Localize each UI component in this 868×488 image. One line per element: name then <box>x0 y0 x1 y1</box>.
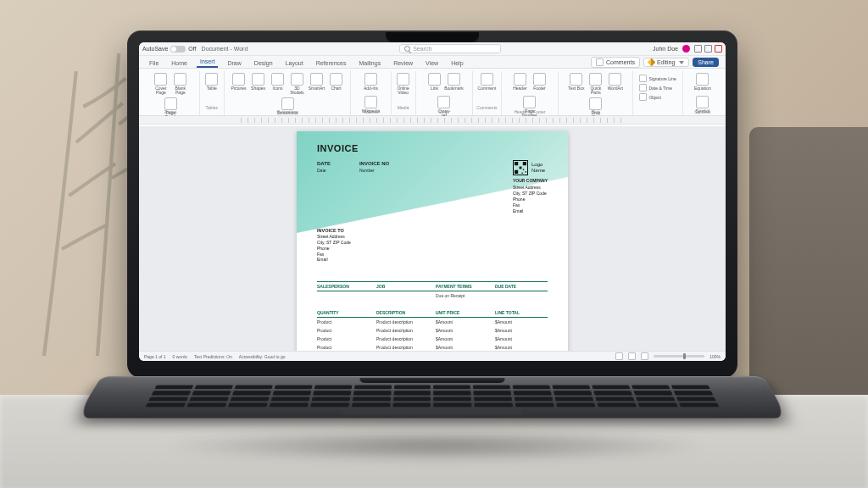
your-company-label[interactable]: YOUR COMPANY <box>513 178 548 184</box>
bill-to-address[interactable]: Street AddressCity, ST ZIP CodePhoneFaxE… <box>317 234 548 263</box>
bill-to-label[interactable]: INVOICE TO <box>317 228 548 234</box>
ribbon-comment-button[interactable]: Comment <box>478 73 495 93</box>
item-row[interactable]: ProductProduct description$Amount$Amount <box>317 326 548 335</box>
billto-line[interactable]: Street Address <box>317 234 548 240</box>
tab-insert[interactable]: Insert <box>197 57 219 68</box>
tab-home[interactable]: Home <box>168 58 191 68</box>
item-header-cell[interactable]: LINE TOTAL <box>495 310 548 315</box>
meta-header-cell[interactable]: PAYMENT TERMS <box>436 284 488 289</box>
company-line[interactable]: Email <box>513 208 548 214</box>
user-avatar-icon[interactable] <box>682 45 690 53</box>
document-page[interactable]: INVOICE DATE Date INVOICE NO Number <box>297 131 568 351</box>
ribbon-object-button[interactable]: Object <box>639 93 676 101</box>
meta-values-row[interactable]: Due on Receipt <box>317 291 548 300</box>
date-label[interactable]: DATE <box>317 160 331 167</box>
ribbon-bookmark-button[interactable]: Bookmark <box>445 73 462 93</box>
ribbon-icons-button[interactable]: Icons <box>270 73 287 93</box>
meta-value-cell[interactable] <box>317 293 370 298</box>
item-cell[interactable]: $Amount <box>436 328 488 333</box>
item-cell[interactable]: $Amount <box>436 345 488 350</box>
item-cell[interactable]: $Amount <box>495 345 548 350</box>
ribbon-text-box-button[interactable]: Text Box <box>568 73 585 93</box>
logo-text-2[interactable]: Name <box>531 168 545 174</box>
status-item[interactable]: Accessibility: Good to go <box>239 354 286 359</box>
item-cell[interactable]: $Amount <box>495 319 548 324</box>
document-canvas[interactable]: INVOICE DATE Date INVOICE NO Number <box>139 126 726 351</box>
item-cell[interactable]: Product <box>317 328 370 333</box>
item-row[interactable]: ProductProduct description$Amount$Amount <box>317 343 548 351</box>
zoom-slider[interactable] <box>654 355 704 358</box>
item-cell[interactable]: $Amount <box>436 336 488 341</box>
invoice-title[interactable]: INVOICE <box>317 143 548 153</box>
ribbon-pictures-button[interactable]: Pictures <box>231 73 248 93</box>
item-cell[interactable]: Product description <box>376 345 429 350</box>
item-cell[interactable]: $Amount <box>495 328 548 333</box>
item-cell[interactable]: Product description <box>376 328 429 333</box>
company-line[interactable]: Phone <box>513 197 548 202</box>
status-item[interactable]: 0 words <box>173 354 188 359</box>
ribbon-wordart-button[interactable]: WordArt <box>607 73 624 93</box>
maximize-icon[interactable] <box>704 45 712 53</box>
status-item[interactable]: Page 1 of 1 <box>144 354 166 359</box>
item-cell[interactable]: Product description <box>376 319 429 324</box>
tab-file[interactable]: File <box>146 58 162 68</box>
ribbon-shapes-button[interactable]: Shapes <box>250 73 267 93</box>
tab-help[interactable]: Help <box>448 58 466 68</box>
ruler[interactable] <box>139 116 726 125</box>
ribbon-equation-button[interactable]: Equation <box>694 73 711 93</box>
ribbon-add-ins-button[interactable]: Add-ins <box>362 73 379 93</box>
item-cell[interactable]: Product <box>317 336 370 341</box>
meta-header-row[interactable]: SALESPERSONJOBPAYMENT TERMSDUE DATE <box>317 281 548 291</box>
view-print-icon[interactable] <box>628 352 636 360</box>
billto-line[interactable]: Fax <box>317 252 548 258</box>
share-button[interactable]: Share <box>693 58 719 67</box>
tab-layout[interactable]: Layout <box>282 58 307 68</box>
logo-text-1[interactable]: Logo <box>531 162 545 168</box>
billto-line[interactable]: Phone <box>317 246 548 252</box>
ribbon-online-video-button[interactable]: Online Video <box>395 73 412 95</box>
ribbon-cover-page-button[interactable]: Cover Page <box>153 73 170 95</box>
tab-mailings[interactable]: Mailings <box>355 58 384 68</box>
minimize-icon[interactable] <box>694 45 702 53</box>
invoice-no-label[interactable]: INVOICE NO <box>359 160 389 167</box>
status-item[interactable]: Text Predictions: On <box>194 354 232 359</box>
items-header-row[interactable]: QUANTITYDESCRIPTIONUNIT PRICELINE TOTAL <box>317 308 548 318</box>
meta-header-cell[interactable]: SALESPERSON <box>317 284 370 289</box>
billto-line[interactable]: Email <box>317 257 548 263</box>
tab-draw[interactable]: Draw <box>224 58 244 68</box>
item-cell[interactable]: Product <box>317 319 370 324</box>
ribbon-signature-line-button[interactable]: Signature Line <box>639 75 676 82</box>
billto-line[interactable]: City, ST ZIP Code <box>317 240 548 246</box>
item-cell[interactable]: Product description <box>376 336 429 341</box>
item-header-cell[interactable]: DESCRIPTION <box>376 310 429 315</box>
items-body[interactable]: ProductProduct description$Amount$Amount… <box>317 318 548 351</box>
meta-header-cell[interactable]: JOB <box>376 284 429 289</box>
item-header-cell[interactable]: QUANTITY <box>317 310 370 315</box>
company-line[interactable]: Street Address <box>513 185 548 191</box>
editing-mode-button[interactable]: Editing <box>643 58 689 67</box>
meta-value-cell[interactable] <box>495 293 548 298</box>
item-header-cell[interactable]: UNIT PRICE <box>436 310 488 315</box>
meta-value-cell[interactable]: Due on Receipt <box>436 293 488 298</box>
comments-button[interactable]: Comments <box>591 57 640 68</box>
item-cell[interactable]: $Amount <box>436 319 488 324</box>
autosave-toggle[interactable]: AutoSave Off <box>142 46 197 53</box>
invoice-no-value[interactable]: Number <box>359 168 389 174</box>
logo-placeholder[interactable]: LogoName <box>513 160 548 175</box>
date-value[interactable]: Date <box>317 168 331 174</box>
ribbon-footer-button[interactable]: Footer <box>531 73 548 93</box>
meta-header-cell[interactable]: DUE DATE <box>495 284 548 289</box>
view-read-icon[interactable] <box>615 352 623 360</box>
tab-references[interactable]: References <box>313 58 350 68</box>
ribbon-chart-button[interactable]: Chart <box>328 73 345 93</box>
zoom-value[interactable]: 100% <box>709 354 721 359</box>
search-box[interactable]: Search <box>399 44 501 53</box>
ribbon--d-models-button[interactable]: 3D Models <box>289 73 306 95</box>
ribbon-smartart-button[interactable]: SmartArt <box>309 73 326 93</box>
meta-value-cell[interactable] <box>376 293 429 298</box>
company-address[interactable]: Street AddressCity, ST ZIP CodePhoneFaxE… <box>513 185 548 214</box>
close-icon[interactable] <box>715 45 722 53</box>
ribbon-blank-page-button[interactable]: Blank Page <box>172 73 189 95</box>
item-cell[interactable]: Product <box>317 345 370 350</box>
company-line[interactable]: City, ST ZIP Code <box>513 191 548 197</box>
